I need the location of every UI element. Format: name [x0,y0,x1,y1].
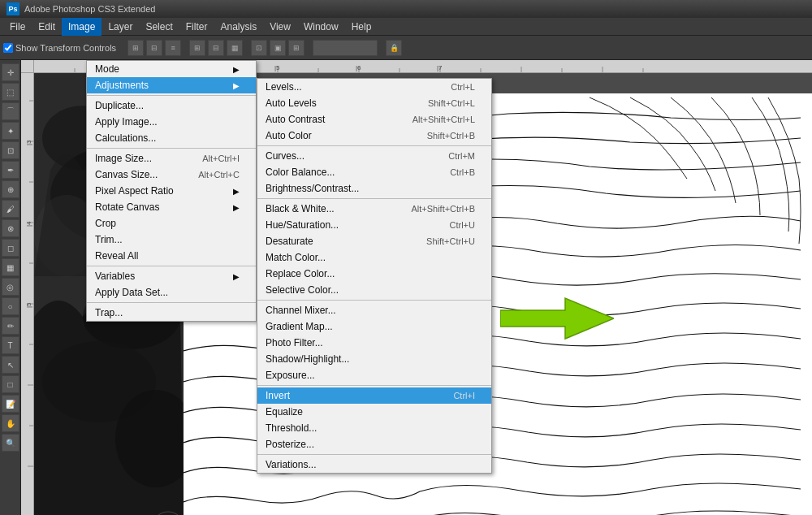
adj-shadow-highlight[interactable]: Shadow/Highlight... [257,351,491,367]
tool-brush[interactable]: 🖌 [2,200,19,218]
adj-auto-color[interactable]: Auto Color Shift+Ctrl+B [257,128,491,144]
toolbar-icon-3[interactable]: ≡ [165,40,181,56]
menu-image[interactable]: Image [62,18,102,36]
menu-divider-2 [87,148,256,149]
tool-crop[interactable]: ⊡ [2,141,19,159]
toolbar-icon-2[interactable]: ⊟ [146,40,162,56]
menu-item-image-size[interactable]: Image Size... Alt+Ctrl+I [87,150,256,167]
adj-channel-mixer[interactable]: Channel Mixer... [257,302,491,318]
menu-item-adjustments[interactable]: Adjustments ▶ [87,77,256,93]
menu-item-rotate-canvas[interactable]: Rotate Canvas ▶ [87,199,256,215]
tool-marquee[interactable]: ⬚ [2,83,19,101]
adj-variations[interactable]: Variations... [257,457,491,473]
toolbar-icon-9[interactable]: ⊞ [288,40,304,56]
adj-replace-color[interactable]: Replace Color... [257,266,491,282]
image-menu-dropdown: Mode ▶ Adjustments ▶ Duplicate... Apply … [86,60,257,322]
adj-black-white[interactable]: Black & White... Alt+Shift+Ctrl+B [257,201,491,217]
svg-marker-47 [500,298,614,339]
toolbar: Show Transform Controls ⊞ ⊟ ≡ ⊞ ⊟ ▦ ⊡ ▣ … [0,36,812,60]
svg-text:|4: |4 [25,221,32,227]
tool-zoom[interactable]: 🔍 [2,434,19,452]
tool-spot-heal[interactable]: ⊕ [2,180,19,198]
menu-item-trim[interactable]: Trim... [87,232,256,248]
tool-lasso[interactable]: ⌒ [2,102,19,120]
toolbar-icon-8[interactable]: ▣ [270,40,286,56]
app-title: Adobe Photoshop CS3 Extended [24,4,155,14]
adj-auto-contrast[interactable]: Auto Contrast Alt+Shift+Ctrl+L [257,111,491,128]
adj-match-color[interactable]: Match Color... [257,249,491,266]
menu-divider-3 [87,266,256,266]
show-transform-controls[interactable]: Show Transform Controls [3,43,116,53]
tool-notes[interactable]: 📝 [2,395,19,413]
tool-eraser[interactable]: ◻ [2,239,19,257]
green-arrow [500,294,614,343]
menu-item-trap[interactable]: Trap... [87,305,256,321]
adj-posterize[interactable]: Posterize... [257,436,491,452]
menu-layer[interactable]: Layer [102,18,139,36]
menu-edit[interactable]: Edit [32,18,62,36]
adj-hue-saturation[interactable]: Hue/Saturation... Ctrl+U [257,217,491,233]
menu-help[interactable]: Help [345,18,378,36]
menu-filter[interactable]: Filter [179,18,214,36]
adj-curves[interactable]: Curves... Ctrl+M [257,148,491,164]
ruler-vertical: |3 |4 |5 [21,60,34,515]
menu-item-variables[interactable]: Variables ▶ [87,268,256,284]
main-area: ✛ ⬚ ⌒ ✦ ⊡ ✒ ⊕ 🖌 ⊗ ◻ ▦ ◎ ○ ✏ T ↖ □ 📝 ✋ 🔍 [0,60,812,515]
adj-color-balance[interactable]: Color Balance... Ctrl+B [257,164,491,180]
adjustments-submenu: Levels... Ctrl+L Auto Levels Shift+Ctrl+… [257,78,492,474]
tool-clone-stamp[interactable]: ⊗ [2,219,19,237]
tool-path-select[interactable]: ↖ [2,356,19,374]
adj-gradient-map[interactable]: Gradient Map... [257,318,491,335]
adj-auto-levels[interactable]: Auto Levels Shift+Ctrl+L [257,95,491,111]
menu-window[interactable]: Window [297,18,345,36]
tool-shape[interactable]: □ [2,375,19,393]
menu-view[interactable]: View [263,18,297,36]
tool-move[interactable]: ✛ [2,63,19,81]
toolbar-icon-1[interactable]: ⊞ [127,40,144,56]
adj-selective-color[interactable]: Selective Color... [257,282,491,298]
toolbar-lock-icon[interactable]: 🔒 [386,40,402,56]
menu-analysis[interactable]: Analysis [214,18,263,36]
toolbar-icon-4[interactable]: ⊞ [189,40,205,56]
adj-equalize[interactable]: Equalize [257,404,491,420]
menu-item-mode[interactable]: Mode ▶ [87,61,256,77]
svg-text:|3: |3 [25,140,32,145]
menu-item-pixel-aspect-ratio[interactable]: Pixel Aspect Ratio ▶ [87,183,256,199]
adj-desaturate[interactable]: Desaturate Shift+Ctrl+U [257,233,491,249]
adj-brightness-contrast[interactable]: Brightness/Contrast... [257,180,491,197]
toolbar-icon-6[interactable]: ▦ [227,40,243,56]
menu-divider-1 [87,95,256,96]
menu-bar: File Edit Image Layer Select Filter Anal… [0,18,812,36]
adj-divider-2 [257,198,491,199]
toolbar-icon-7[interactable]: ⊡ [251,40,267,56]
svg-text:|5: |5 [274,64,280,71]
menu-item-apply-data-set[interactable]: Apply Data Set... [87,284,256,301]
adj-divider-3 [257,300,491,301]
menu-item-calculations[interactable]: Calculations... [87,130,256,146]
adj-threshold[interactable]: Threshold... [257,420,491,436]
menu-item-canvas-size[interactable]: Canvas Size... Alt+Ctrl+C [87,167,256,183]
svg-text:|5: |5 [25,302,32,308]
menu-item-reveal-all[interactable]: Reveal All [87,248,256,264]
tool-dodge[interactable]: ○ [2,297,19,315]
menu-select[interactable]: Select [139,18,179,36]
tool-magic-wand[interactable]: ✦ [2,122,19,140]
menu-file[interactable]: File [3,18,32,36]
menu-item-duplicate[interactable]: Duplicate... [87,97,256,114]
menu-item-apply-image[interactable]: Apply Image... [87,114,256,130]
adj-levels[interactable]: Levels... Ctrl+L [257,79,491,95]
svg-rect-21 [21,60,34,515]
tool-pen[interactable]: ✏ [2,317,19,335]
transform-checkbox[interactable] [3,43,13,53]
adj-photo-filter[interactable]: Photo Filter... [257,335,491,351]
menu-item-crop[interactable]: Crop [87,215,256,232]
tool-blur[interactable]: ◎ [2,278,19,296]
svg-text:|6: |6 [356,64,361,71]
tool-eyedropper[interactable]: ✒ [2,161,19,179]
toolbar-icon-5[interactable]: ⊟ [208,40,224,56]
tool-gradient[interactable]: ▦ [2,258,19,276]
adj-exposure[interactable]: Exposure... [257,367,491,383]
adj-invert[interactable]: Invert Ctrl+I [257,387,491,404]
tool-hand[interactable]: ✋ [2,414,19,432]
tool-type[interactable]: T [2,336,19,354]
